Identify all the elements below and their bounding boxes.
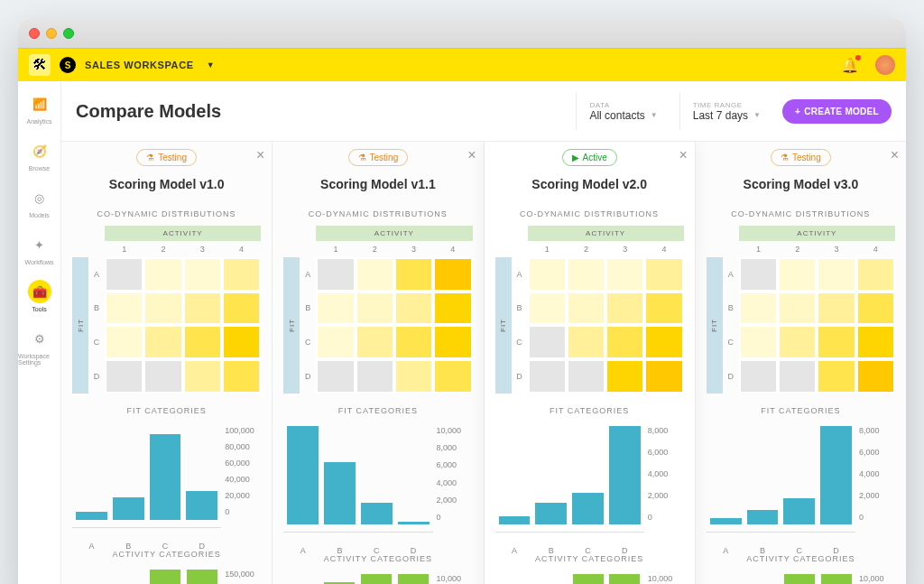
heatmap-cell[interactable] — [739, 257, 778, 292]
bar[interactable] — [821, 574, 852, 584]
bar[interactable] — [187, 570, 217, 584]
window-zoom-icon[interactable] — [63, 28, 74, 39]
avatar[interactable] — [875, 55, 895, 75]
heatmap-cell[interactable] — [567, 257, 605, 292]
heatmap-cell[interactable] — [567, 325, 605, 359]
heatmap-cell[interactable] — [105, 257, 143, 292]
heatmap-cell[interactable] — [644, 359, 683, 394]
sidebar-item-tools[interactable]: 🧰Tools — [18, 273, 60, 320]
heatmap-cell[interactable] — [222, 359, 261, 394]
heatmap-cell[interactable] — [183, 257, 222, 292]
heatmap-cell[interactable] — [356, 325, 394, 359]
heatmap-cell[interactable] — [605, 325, 644, 359]
bar[interactable] — [609, 426, 641, 525]
heatmap-cell[interactable] — [316, 292, 355, 326]
heatmap-cell[interactable] — [316, 359, 355, 394]
heatmap-cell[interactable] — [528, 292, 567, 326]
bar[interactable] — [76, 512, 107, 520]
heatmap-cell[interactable] — [356, 292, 394, 326]
bar[interactable] — [398, 522, 430, 524]
bar[interactable] — [710, 518, 742, 524]
heatmap-cell[interactable] — [433, 257, 472, 292]
heatmap-cell[interactable] — [183, 359, 222, 394]
heatmap-cell[interactable] — [394, 292, 433, 326]
heatmap-cell[interactable] — [567, 292, 605, 326]
heatmap-cell[interactable] — [183, 292, 222, 326]
heatmap-cell[interactable] — [778, 325, 817, 359]
heatmap-cell[interactable] — [105, 292, 143, 326]
bar[interactable] — [820, 426, 852, 525]
bar[interactable] — [186, 491, 217, 519]
bar[interactable] — [398, 574, 429, 584]
heatmap-cell[interactable] — [528, 359, 567, 394]
bar[interactable] — [572, 493, 604, 524]
sidebar-item-analytics[interactable]: 📶Analytics — [18, 85, 60, 132]
bar[interactable] — [784, 574, 815, 584]
bar[interactable] — [361, 574, 392, 584]
heatmap-cell[interactable] — [433, 359, 472, 394]
bar[interactable] — [113, 497, 144, 520]
bar[interactable] — [324, 462, 356, 524]
heatmap-cell[interactable] — [143, 359, 182, 394]
heatmap-cell[interactable] — [433, 292, 472, 326]
heatmap-cell[interactable] — [528, 325, 567, 359]
heatmap-cell[interactable] — [143, 257, 182, 292]
heatmap-cell[interactable] — [222, 257, 261, 292]
heatmap-cell[interactable] — [739, 325, 778, 359]
heatmap-cell[interactable] — [394, 325, 433, 359]
bar[interactable] — [609, 574, 640, 584]
bar[interactable] — [783, 498, 815, 524]
heatmap-cell[interactable] — [222, 292, 261, 326]
chevron-down-icon[interactable]: ▼ — [207, 60, 215, 70]
heatmap-cell[interactable] — [856, 257, 895, 292]
heatmap-cell[interactable] — [394, 257, 433, 292]
create-model-button[interactable]: +CREATE MODEL — [782, 99, 892, 124]
heatmap-cell[interactable] — [817, 257, 855, 292]
heatmap-cell[interactable] — [644, 292, 683, 326]
sidebar-item-browse[interactable]: 🧭Browse — [18, 132, 60, 179]
heatmap-cell[interactable] — [143, 325, 182, 359]
bar[interactable] — [747, 510, 779, 525]
bar[interactable] — [535, 503, 567, 524]
bar[interactable] — [361, 503, 393, 525]
heatmap-cell[interactable] — [817, 292, 855, 326]
sidebar-item-models[interactable]: ◎Models — [18, 179, 60, 226]
bell-icon[interactable]: 🔔 — [841, 57, 859, 74]
heatmap-cell[interactable] — [433, 325, 472, 359]
heatmap-cell[interactable] — [778, 257, 817, 292]
heatmap-cell[interactable] — [356, 359, 394, 394]
bar[interactable] — [150, 434, 181, 519]
heatmap-cell[interactable] — [356, 257, 394, 292]
window-close-icon[interactable] — [29, 28, 40, 39]
heatmap-cell[interactable] — [105, 359, 143, 394]
bar[interactable] — [573, 574, 604, 584]
heatmap-cell[interactable] — [778, 292, 817, 326]
heatmap-cell[interactable] — [183, 325, 222, 359]
heatmap-cell[interactable] — [817, 325, 855, 359]
heatmap-cell[interactable] — [856, 359, 895, 394]
heatmap-cell[interactable] — [739, 359, 778, 394]
heatmap-cell[interactable] — [605, 292, 644, 326]
bar[interactable] — [287, 426, 319, 525]
time-filter[interactable]: TIME RANGE Last 7 days▼ — [679, 92, 773, 130]
heatmap-cell[interactable] — [394, 359, 433, 394]
heatmap-cell[interactable] — [644, 257, 683, 292]
heatmap-cell[interactable] — [528, 257, 567, 292]
sidebar-item-settings[interactable]: ⚙Workspace Settings — [18, 320, 60, 373]
close-icon[interactable]: × — [256, 147, 264, 163]
close-icon[interactable]: × — [467, 147, 476, 163]
heatmap-cell[interactable] — [567, 359, 605, 394]
heatmap-cell[interactable] — [222, 325, 261, 359]
heatmap-cell[interactable] — [644, 325, 683, 359]
heatmap-cell[interactable] — [605, 359, 644, 394]
heatmap-cell[interactable] — [605, 257, 644, 292]
close-icon[interactable]: × — [891, 147, 899, 163]
data-filter[interactable]: DATA All contacts▼ — [576, 92, 670, 130]
workspace-name[interactable]: SALES WORKSPACE — [85, 60, 194, 70]
sidebar-item-workflows[interactable]: ✦Workflows — [18, 226, 60, 273]
heatmap-cell[interactable] — [778, 359, 817, 394]
heatmap-cell[interactable] — [739, 292, 778, 326]
heatmap-cell[interactable] — [817, 359, 855, 394]
heatmap-cell[interactable] — [316, 257, 355, 292]
window-minimize-icon[interactable] — [46, 28, 57, 39]
